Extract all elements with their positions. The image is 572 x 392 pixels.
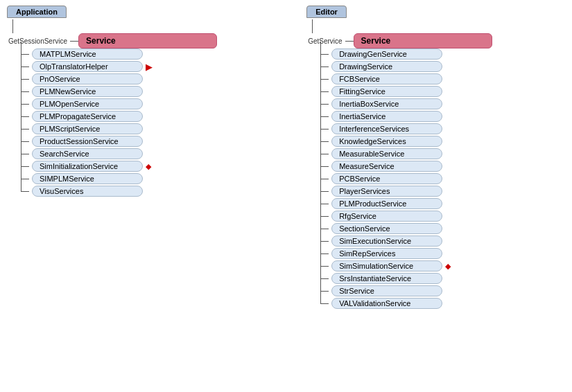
tree-item: RfgService: [320, 211, 565, 222]
tree-item: SearchService: [21, 148, 293, 159]
service-item-box: PnOService: [32, 73, 143, 84]
tree-item: SimSimulationService◆: [320, 260, 565, 271]
tree-item: SrsInstantiateService: [320, 273, 565, 284]
service-item-box: SimSimulationService: [331, 260, 442, 271]
service-item-box: InertiaService: [331, 111, 442, 122]
tree-item: InterferenceServices: [320, 123, 565, 134]
arrow-marker-icon: ▶: [146, 62, 153, 72]
tree-item: PLMProductService: [320, 198, 565, 209]
tree-item: SimExecutionService: [320, 235, 565, 247]
service-item-box: ProductSessionService: [32, 136, 143, 147]
service-item-box: SrsInstantiateService: [331, 273, 442, 284]
panel-title-application: Application: [7, 6, 67, 18]
panel-editor: Editor GetService Service DrawingGenServ…: [306, 6, 565, 310]
service-item-box: RfgService: [331, 211, 442, 222]
service-item-box: PLMProductService: [331, 198, 442, 209]
service-item-box: PLMOpenService: [32, 98, 143, 109]
tree-item: PLMOpenService: [21, 98, 293, 109]
connector-label-left: GetSessionService: [8, 37, 67, 45]
service-item-box: PLMPropagateService: [32, 111, 143, 122]
diamond-marker-icon: ◆: [445, 262, 451, 271]
tree-item: MATPLMService: [21, 48, 293, 60]
tree-item: DrawingService: [320, 61, 565, 72]
service-item-box: SectionService: [331, 223, 442, 234]
tree-item: PlayerServices: [320, 186, 565, 197]
tree-item: SIMPLMService: [21, 173, 293, 184]
service-item-box: DrawingService: [331, 61, 442, 72]
tree-item: StrService: [320, 285, 565, 296]
connector-label-right: GetService: [308, 37, 342, 45]
service-item-box: VALValidationService: [331, 298, 442, 309]
tree-item: DrawingGenService: [320, 48, 565, 60]
service-item-box: InterferenceServices: [331, 123, 442, 134]
service-item-box: PCBService: [331, 173, 442, 184]
service-item-box: MeasureService: [331, 161, 442, 172]
tree-item: SectionService: [320, 223, 565, 234]
tree-item: VisuServices: [21, 186, 293, 197]
service-item-box: SimRepServices: [331, 248, 442, 259]
service-item-box: SimInitializationService: [32, 161, 143, 172]
service-item-box: SearchService: [32, 148, 143, 159]
service-item-box: MATPLMService: [32, 48, 143, 60]
tree-item: ProductSessionService: [21, 136, 293, 147]
tree-item: PLMNewService: [21, 86, 293, 97]
diagram-container: Application GetSessionService Service: [0, 0, 572, 316]
tree-right: DrawingGenServiceDrawingServiceFCBServic…: [320, 48, 565, 310]
tree-item: FCBService: [320, 73, 565, 84]
service-item-box: OlpTranslatorHelper: [32, 61, 143, 72]
service-item-box: SimExecutionService: [331, 235, 442, 247]
service-item-box: PLMScriptService: [32, 123, 143, 134]
tree-item: PLMScriptService: [21, 123, 293, 134]
service-header-right: Service: [354, 33, 492, 48]
service-item-box: PLMNewService: [32, 86, 143, 97]
service-item-box: VisuServices: [32, 186, 143, 197]
tree-item: MeasurableService: [320, 148, 565, 159]
tree-left: MATPLMServiceOlpTranslatorHelper▶PnOServ…: [21, 48, 293, 198]
tree-item: KnowledgeServices: [320, 136, 565, 147]
service-item-box: MeasurableService: [331, 148, 442, 159]
tree-item: VALValidationService: [320, 298, 565, 309]
service-item-box: FittingService: [331, 86, 442, 97]
service-header-left: Service: [78, 33, 217, 48]
tree-item: InertiaBoxService: [320, 98, 565, 109]
panel-title-editor: Editor: [306, 6, 347, 18]
tree-item: FittingService: [320, 86, 565, 97]
tree-item: PnOService: [21, 73, 293, 84]
tree-item: OlpTranslatorHelper▶: [21, 61, 293, 72]
service-item-box: StrService: [331, 285, 442, 296]
tree-item: InertiaService: [320, 111, 565, 122]
tree-item: MeasureService: [320, 161, 565, 172]
service-item-box: SIMPLMService: [32, 173, 143, 184]
diamond-marker-icon: ◆: [146, 162, 151, 171]
service-item-box: DrawingGenService: [331, 48, 442, 60]
tree-item: PLMPropagateService: [21, 111, 293, 122]
tree-item: SimRepServices: [320, 248, 565, 259]
tree-item: SimInitializationService◆: [21, 161, 293, 172]
tree-item: PCBService: [320, 173, 565, 184]
panel-application: Application GetSessionService Service: [7, 6, 293, 310]
service-item-box: FCBService: [331, 73, 442, 84]
service-item-box: InertiaBoxService: [331, 98, 442, 109]
service-item-box: PlayerServices: [331, 186, 442, 197]
service-item-box: KnowledgeServices: [331, 136, 442, 147]
